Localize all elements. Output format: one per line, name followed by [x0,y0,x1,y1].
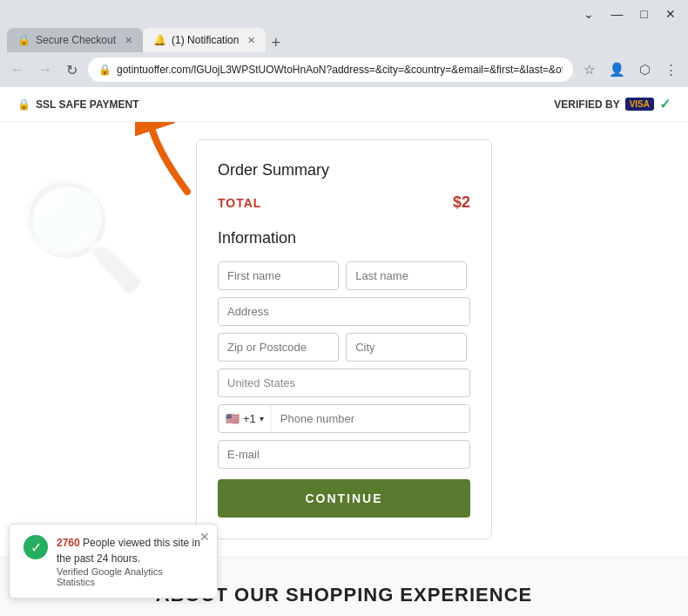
email-input[interactable] [218,440,470,469]
lock-icon: 🔒 [98,64,111,76]
toast-close-button[interactable]: ✕ [199,530,210,544]
forward-button[interactable]: → [35,58,56,81]
main-content: 🔍 fisc om Order Summary TOTAL $2 Informa [0,122,688,557]
tab2-label: (1) Notification [172,34,239,46]
orange-arrow-svg [135,122,205,200]
phone-input[interactable] [272,405,469,432]
order-summary-title: Order Summary [218,161,470,179]
address-row [218,297,470,326]
window-maximize-btn[interactable]: □ [636,5,653,23]
new-tab-button[interactable]: + [266,34,286,52]
extensions-icon[interactable]: ⬡ [636,58,654,81]
title-bar-top: ⌄ — □ ✕ [0,0,688,28]
tab1-label: Secure Checkout [36,34,116,46]
last-name-input[interactable] [346,261,467,290]
phone-flag-select[interactable]: 🇺🇸 +1 ▾ [219,405,272,432]
url-input[interactable] [117,64,563,76]
information-section: Information [218,229,470,518]
ssl-label: SSL SAFE PAYMENT [36,98,138,111]
url-bar: 🔒 [88,58,573,82]
continue-button[interactable]: CONTINUE [218,479,470,518]
window-close-btn[interactable]: ✕ [660,5,681,23]
profile-icon[interactable]: 👤 [605,58,629,81]
toast-people-count: 2760 [57,537,80,549]
menu-icon[interactable]: ⋮ [661,58,681,81]
toast-verified-label: Verified Google Analytics Statistics [57,566,203,587]
tab2-favicon: 🔔 [153,34,166,46]
toast-check-icon: ✓ [24,535,48,559]
magnifier-watermark: 🔍 [17,174,148,297]
total-value: $2 [453,193,470,212]
window-minimize-btn[interactable]: — [606,5,629,23]
name-row [218,261,470,290]
form-card: Order Summary TOTAL $2 Information [196,139,492,539]
address-input[interactable] [218,297,470,326]
information-title: Information [218,229,470,247]
toast-content: 2760 People viewed this site in the past… [57,535,203,587]
total-row: TOTAL $2 [218,193,470,212]
tab-secure-checkout[interactable]: 🔒 Secure Checkout ✕ [7,28,143,52]
email-row [218,440,470,469]
toast-notification: ✓ 2760 People viewed this site in the pa… [9,524,218,599]
flag-icon: 🇺🇸 [226,412,239,425]
site-header: 🔒 SSL SAFE PAYMENT VERIFIED BY VISA ✓ [0,87,688,122]
tab-notification[interactable]: 🔔 (1) Notification ✕ [143,28,266,52]
zip-city-row [218,333,470,362]
first-name-input[interactable] [218,261,339,290]
zip-input[interactable] [218,333,339,362]
order-summary-section: Order Summary TOTAL $2 [218,161,470,212]
toast-message: 2760 People viewed this site in the past… [57,535,203,566]
address-bar: ← → ↻ 🔒 ☆ 👤 ⬡ ⋮ [0,52,688,87]
verified-label: VERIFIED BY [554,98,619,111]
tab2-close[interactable]: ✕ [247,35,255,46]
verified-by-badge: VERIFIED BY VISA ✓ [554,96,671,112]
country-row [218,369,470,397]
verified-check: ✓ [659,96,671,112]
tab1-favicon: 🔒 [17,34,30,46]
back-button[interactable]: ← [7,58,28,81]
phone-row: 🇺🇸 +1 ▾ [218,404,470,433]
total-label: TOTAL [218,196,261,210]
city-input[interactable] [346,333,467,362]
arrow-annotation [135,122,205,203]
phone-code: +1 [243,412,256,425]
bookmark-icon[interactable]: ☆ [580,58,598,81]
toast-people-label: People [83,537,115,549]
visa-badge: VISA [625,98,654,111]
refresh-button[interactable]: ↻ [63,58,81,82]
window-collapse-btn[interactable]: ⌄ [578,5,599,23]
tab1-close[interactable]: ✕ [125,35,132,46]
phone-dropdown-icon: ▾ [260,414,264,423]
country-input[interactable] [218,369,470,397]
ssl-lock-icon: 🔒 [17,98,30,111]
ssl-badge: 🔒 SSL SAFE PAYMENT [17,98,138,111]
visa-label: VISA [630,99,650,109]
tabs-row: 🔒 Secure Checkout ✕ 🔔 (1) Notification ✕… [0,28,688,52]
